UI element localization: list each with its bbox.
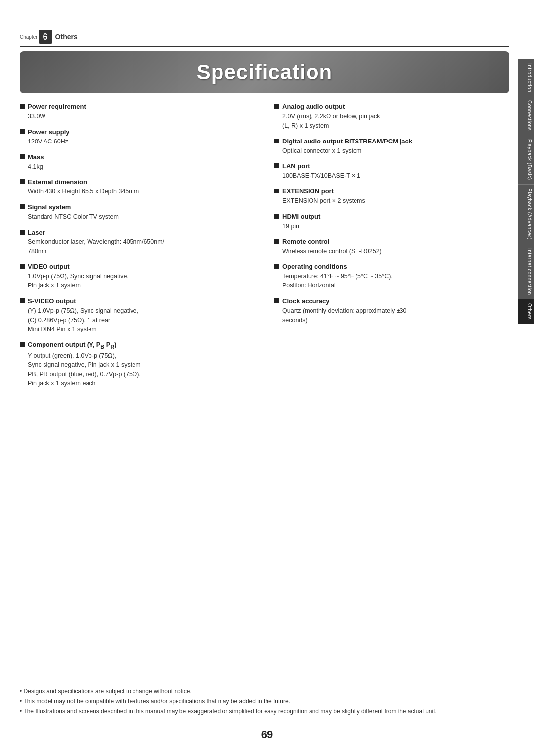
sidebar-tabs: Introduction Connections Playback (Basic… [518, 59, 534, 324]
spec-value-video-output: Pin jack x 1 system [20, 281, 255, 290]
spec-value-hdmi-output: 19 pin [274, 222, 509, 231]
spec-value-component-output: Sync signal negative, Pin jack x 1 syste… [20, 360, 255, 370]
spec-value-mass: 4.1kg [20, 162, 255, 172]
spec-item-signal-system: Signal systemStandard NTSC Color TV syst… [20, 203, 255, 222]
spec-label-text-external-dimension: External dimension [28, 178, 87, 186]
spec-item-remote-control: Remote controlWireless remote control (S… [274, 238, 509, 256]
spec-label-extension-port: EXTENSION port [274, 188, 509, 195]
spec-value-lan-port: 100BASE-TX/10BASE-T × 1 [274, 171, 509, 181]
bullet-icon [20, 230, 25, 235]
spec-value-component-output: Y output (green), 1.0Vp-p (75Ω), [20, 351, 255, 361]
spec-value-clock-accuracy: seconds) [274, 316, 509, 325]
spec-label-external-dimension: External dimension [20, 178, 255, 186]
spec-label-text-hdmi-output: HDMI output [282, 213, 320, 220]
sidebar-tab-playback-advanced-label: Playback (Advanced) [527, 189, 532, 240]
spec-label-text-mass: Mass [28, 153, 44, 161]
bullet-icon [274, 104, 279, 109]
bullet-icon [20, 179, 25, 184]
spec-value-power-requirement: 33.0W [20, 112, 255, 121]
spec-value-remote-control: Wireless remote control (SE-R0252) [274, 247, 509, 256]
spec-value-analog-audio-output: 2.0V (rms), 2.2kΩ or below, pin jack [274, 112, 509, 121]
spec-label-component-output: Component output (Y, PB PR) [20, 341, 255, 350]
sidebar-tab-playback-basic-label: Playback (Basic) [527, 139, 532, 180]
footer-note: • The Illustrations and screens describe… [20, 707, 509, 716]
bullet-icon [274, 239, 279, 244]
spec-item-hdmi-output: HDMI output19 pin [274, 213, 509, 231]
bullet-icon [274, 298, 279, 303]
spec-value-power-supply: 120V AC 60Hz [20, 137, 255, 146]
spec-label-s-video-output: S-VIDEO output [20, 297, 255, 305]
spec-label-clock-accuracy: Clock accuracy [274, 297, 509, 305]
spec-value-analog-audio-output: (L, R) x 1 system [274, 121, 509, 131]
spec-value-s-video-output: (Y) 1.0Vp-p (75Ω), Sync signal negative, [20, 306, 255, 316]
sidebar-tab-internet[interactable]: Internet connection [518, 244, 534, 300]
bullet-icon [20, 204, 25, 209]
spec-label-mass: Mass [20, 153, 255, 161]
sidebar-tab-connections-label: Connections [527, 100, 532, 131]
sidebar-tab-others[interactable]: Others [518, 299, 534, 324]
bullet-icon [20, 129, 25, 134]
spec-item-s-video-output: S-VIDEO output(Y) 1.0Vp-p (75Ω), Sync si… [20, 297, 255, 334]
spec-value-clock-accuracy: Quartz (monthly deviation: approximately… [274, 306, 509, 316]
spec-value-operating-conditions: Position: Horizontal [274, 281, 509, 290]
spec-label-hdmi-output: HDMI output [274, 213, 509, 220]
sidebar-tab-playback-advanced[interactable]: Playback (Advanced) [518, 185, 534, 244]
spec-label-text-extension-port: EXTENSION port [282, 188, 334, 195]
spec-label-text-clock-accuracy: Clock accuracy [282, 297, 329, 305]
spec-label-digital-audio-output: Digital audio output BITSTREAM/PCM jack [274, 138, 509, 145]
spec-value-external-dimension: Width 430 x Height 65.5 x Depth 345mm [20, 187, 255, 196]
sidebar-tab-introduction-label: Introduction [527, 63, 532, 92]
spec-label-text-laser: Laser [28, 229, 45, 236]
spec-label-text-component-output: Component output (Y, PB PR) [28, 341, 117, 350]
spec-label-lan-port: LAN port [274, 162, 509, 170]
spec-label-text-lan-port: LAN port [282, 162, 310, 170]
spec-label-text-signal-system: Signal system [28, 203, 71, 211]
page-number: 69 [261, 728, 273, 741]
footer-notes: • Designs and specifications are subject… [20, 680, 509, 716]
spec-value-operating-conditions: Temperature: 41°F ~ 95°F (5°C ~ 35°C), [274, 272, 509, 281]
page-title: Specification [35, 60, 494, 84]
spec-label-text-operating-conditions: Operating conditions [282, 263, 347, 270]
spec-label-signal-system: Signal system [20, 203, 255, 211]
spec-value-component-output: PB, PR output (blue, red), 0.7Vp-p (75Ω)… [20, 370, 255, 379]
chapter-header: Chapter 6 Others [20, 30, 509, 47]
spec-value-component-output: Pin jack x 1 system each [20, 379, 255, 388]
spec-item-analog-audio-output: Analog audio output2.0V (rms), 2.2kΩ or … [274, 103, 509, 131]
spec-item-extension-port: EXTENSION portEXTENSION port × 2 systems [274, 188, 509, 206]
sidebar-tab-playback-basic[interactable]: Playback (Basic) [518, 135, 534, 184]
bullet-icon [274, 163, 279, 168]
spec-item-video-output: VIDEO output1.0Vp-p (75Ω), Sync signal n… [20, 263, 255, 290]
spec-value-s-video-output: Mini DIN4 Pin x 1 system [20, 325, 255, 334]
spec-label-text-power-supply: Power supply [28, 128, 70, 136]
spec-label-text-analog-audio-output: Analog audio output [282, 103, 345, 110]
chapter-number: 6 [39, 30, 52, 44]
spec-label-text-remote-control: Remote control [282, 238, 329, 245]
spec-value-extension-port: EXTENSION port × 2 systems [274, 196, 509, 206]
spec-item-component-output: Component output (Y, PB PR)Y output (gre… [20, 341, 255, 388]
spec-value-video-output: 1.0Vp-p (75Ω), Sync signal negative, [20, 272, 255, 281]
bullet-icon [274, 189, 279, 193]
spec-value-s-video-output: (C) 0.286Vp-p (75Ω), 1 at rear [20, 316, 255, 325]
spec-label-text-s-video-output: S-VIDEO output [28, 297, 76, 305]
spec-label-text-video-output: VIDEO output [28, 263, 70, 270]
bullet-icon [274, 214, 279, 219]
spec-value-laser: Semiconductor laser, Wavelength: 405nm/6… [20, 237, 255, 247]
main-content: Chapter 6 Others Specification Power req… [20, 30, 509, 736]
sidebar-tab-internet-label: Internet connection [527, 248, 532, 295]
spec-label-text-power-requirement: Power requirement [28, 103, 86, 110]
spec-item-lan-port: LAN port100BASE-TX/10BASE-T × 1 [274, 162, 509, 181]
spec-value-signal-system: Standard NTSC Color TV system [20, 212, 255, 222]
spec-label-power-supply: Power supply [20, 128, 255, 136]
spec-item-digital-audio-output: Digital audio output BITSTREAM/PCM jackO… [274, 138, 509, 156]
bullet-icon [20, 104, 25, 109]
bullet-icon [274, 139, 279, 143]
spec-label-power-requirement: Power requirement [20, 103, 255, 110]
spec-label-video-output: VIDEO output [20, 263, 255, 270]
spec-label-operating-conditions: Operating conditions [274, 263, 509, 270]
footer-note: • This model may not be compatible with … [20, 696, 509, 706]
sidebar-tab-others-label: Others [527, 303, 532, 320]
sidebar-tab-connections[interactable]: Connections [518, 96, 534, 135]
spec-right-column: Analog audio output2.0V (rms), 2.2kΩ or … [274, 103, 509, 395]
sidebar-tab-introduction[interactable]: Introduction [518, 59, 534, 96]
spec-item-power-requirement: Power requirement33.0W [20, 103, 255, 121]
